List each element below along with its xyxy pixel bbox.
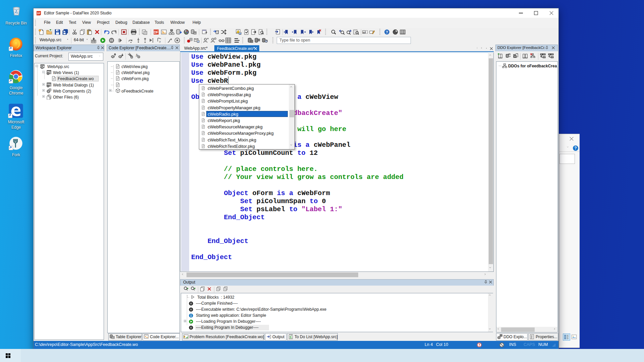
svg-text:?: ? bbox=[386, 30, 388, 34]
svg-text:DF: DF bbox=[37, 12, 41, 15]
svg-text:ab: ab bbox=[363, 31, 365, 34]
svg-text:#: # bbox=[159, 40, 161, 43]
svg-text:DF: DF bbox=[154, 30, 159, 34]
